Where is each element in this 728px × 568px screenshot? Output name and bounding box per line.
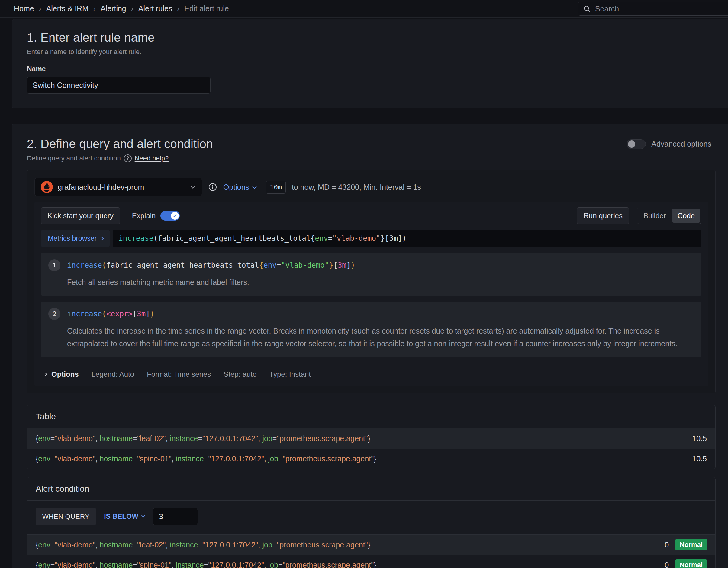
top-nav-bar: Home › Alerts & IRM › Alerting › Alert r… — [0, 0, 728, 18]
series-value: 10.5 — [692, 454, 707, 463]
step-description: Calculates the increase in the time seri… — [67, 325, 694, 350]
table-row: {env="vlab-demo", hostname="leaf-02", in… — [27, 428, 715, 449]
type-meta: Type: Instant — [269, 370, 311, 379]
alert-condition-panel: Alert condition WHEN QUERY IS BELOW {env… — [27, 477, 716, 568]
series-value: 10.5 — [692, 434, 707, 443]
promql-expression-input[interactable]: increase(fabric_agent_agent_heartbeats_t… — [113, 230, 701, 247]
datasource-name: grafanacloud-hhdev-prom — [58, 183, 186, 192]
chevron-down-icon — [191, 184, 195, 189]
series-labels: {env="vlab-demo", hostname="spine-01", i… — [36, 561, 665, 568]
toggle-knob — [628, 140, 635, 148]
metrics-browser-label: Metrics browser — [48, 234, 97, 243]
chevron-right-icon — [43, 372, 47, 376]
explain-step-1: 1 increase(fabric_agent_agent_heartbeats… — [41, 253, 701, 296]
breadcrumb-separator-icon: › — [39, 5, 41, 13]
run-queries-button[interactable]: Run queries — [577, 207, 629, 224]
step-description: Fetch all series matching metric name an… — [67, 276, 694, 289]
operator-select[interactable]: IS BELOW — [104, 512, 145, 521]
explain-label: Explain — [132, 211, 156, 220]
step-expression: increase(<expr>[3m]) — [67, 310, 154, 318]
series-value: 0 — [665, 541, 669, 549]
kick-start-query-button[interactable]: Kick start your query — [41, 207, 120, 224]
main-content: 1. Enter alert rule name Enter a name to… — [0, 19, 728, 568]
threshold-input[interactable] — [153, 508, 198, 525]
step-meta: Step: auto — [224, 370, 256, 379]
metrics-browser-button[interactable]: Metrics browser — [41, 230, 110, 247]
section1-title: 1. Enter alert rule name — [27, 31, 716, 44]
search-box[interactable] — [578, 2, 728, 16]
breadcrumb-separator-icon: › — [93, 5, 96, 13]
breadcrumb-edit-alert-rule: Edit alert rule — [184, 4, 229, 13]
section2-subtitle: Define query and alert condition — [27, 154, 121, 162]
advanced-options-toggle[interactable] — [627, 139, 646, 149]
prometheus-query-panel: Kick start your query Explain ✓ Run quer… — [34, 202, 708, 386]
help-circle-icon: ? — [124, 154, 132, 162]
breadcrumb-separator-icon: › — [177, 5, 179, 13]
series-labels: {env="vlab-demo", hostname="leaf-02", in… — [36, 434, 692, 443]
alert-rule-name-input[interactable] — [27, 77, 211, 94]
advanced-options-label: Advanced options — [651, 140, 711, 148]
table-row: {env="vlab-demo", hostname="spine-01", i… — [27, 449, 715, 469]
format-meta: Format: Time series — [147, 370, 211, 379]
breadcrumb-alerts-irm[interactable]: Alerts & IRM — [46, 4, 89, 13]
section2-title: 2. Define query and alert condition — [27, 137, 213, 151]
section1-subtitle: Enter a name to identify your alert rule… — [27, 48, 716, 56]
alert-instance-row: {env="vlab-demo", hostname="spine-01", i… — [27, 555, 715, 568]
breadcrumb: Home › Alerts & IRM › Alerting › Alert r… — [14, 4, 229, 13]
code-mode-button[interactable]: Code — [672, 209, 700, 223]
legend-meta: Legend: Auto — [92, 370, 134, 379]
section-enter-alert-rule-name: 1. Enter alert rule name Enter a name to… — [12, 19, 728, 108]
query-options-label: Options — [223, 183, 249, 192]
options-expander-label: Options — [51, 370, 79, 379]
time-range-text: to now, MD = 43200, Min. Interval = 1s — [292, 183, 421, 192]
search-icon — [583, 5, 591, 13]
step-number: 1 — [48, 259, 60, 271]
datasource-picker[interactable]: grafanacloud-hhdev-prom — [34, 178, 202, 196]
chevron-down-icon — [252, 184, 257, 189]
query-options-toggle[interactable]: Options — [223, 183, 256, 192]
alert-condition-title: Alert condition — [27, 477, 715, 501]
step-expression: increase(fabric_agent_agent_heartbeats_t… — [67, 261, 355, 269]
operator-label: IS BELOW — [104, 512, 138, 521]
alert-instance-row: {env="vlab-demo", hostname="leaf-02", in… — [27, 535, 715, 555]
table-panel-title: Table — [27, 405, 715, 428]
section-define-query-alert-condition: 2. Define query and alert condition Adva… — [12, 124, 728, 568]
chevron-right-icon — [100, 237, 104, 240]
query-options-row: Options Legend: Auto Format: Time series… — [41, 364, 701, 380]
builder-mode-button[interactable]: Builder — [638, 209, 672, 223]
interval-badge: 10m — [266, 181, 286, 194]
status-badge: Normal — [675, 539, 707, 550]
step-number: 2 — [48, 308, 60, 320]
breadcrumb-alerting[interactable]: Alerting — [101, 4, 126, 13]
when-query-chip[interactable]: WHEN QUERY — [36, 508, 96, 525]
explain-step-2: 2 increase(<expr>[3m]) Calculates the in… — [41, 302, 701, 357]
prometheus-icon — [41, 181, 53, 193]
condition-row: WHEN QUERY IS BELOW — [27, 501, 715, 535]
series-labels: {env="vlab-demo", hostname="leaf-02", in… — [36, 541, 665, 549]
series-value: 0 — [665, 561, 669, 568]
query-editor: grafanacloud-hhdev-prom Options 10m to n… — [27, 170, 716, 393]
name-field-label: Name — [27, 65, 716, 73]
need-help-link[interactable]: Need help? — [135, 154, 169, 162]
chevron-down-icon — [141, 514, 145, 518]
info-circle-icon — [208, 182, 217, 192]
builder-code-switch: Builder Code — [637, 208, 701, 224]
explain-toggle[interactable]: ✓ — [160, 211, 180, 221]
breadcrumb-alert-rules[interactable]: Alert rules — [138, 4, 172, 13]
search-input[interactable] — [595, 5, 728, 13]
toggle-knob: ✓ — [171, 212, 179, 220]
table-preview-panel: Table {env="vlab-demo", hostname="leaf-0… — [27, 405, 716, 469]
options-expander[interactable]: Options — [43, 370, 79, 379]
breadcrumb-separator-icon: › — [131, 5, 134, 13]
breadcrumb-home[interactable]: Home — [14, 4, 34, 13]
series-labels: {env="vlab-demo", hostname="spine-01", i… — [36, 454, 692, 463]
status-badge: Normal — [675, 559, 707, 568]
